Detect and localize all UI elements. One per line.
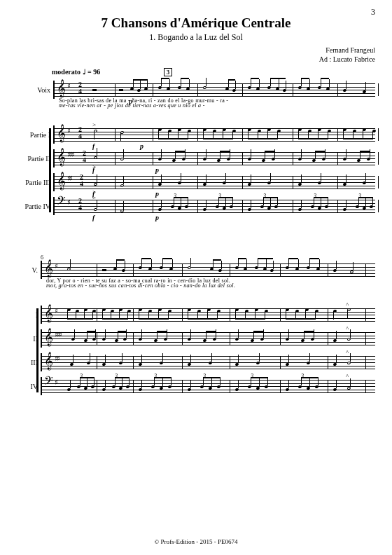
lyrics-line-2b: mor, gra-tos en - sue-ños sus can-tos di… — [46, 282, 375, 289]
marcato-mark: ^ — [346, 349, 349, 356]
staff-partie-4-s2: IV 𝄢 ♯ 3 3 — [17, 377, 375, 395]
key-signature: ♯ — [67, 127, 69, 135]
composer-name: Fernand Frangeul — [326, 46, 375, 54]
part-label-2-short: II — [17, 335, 41, 343]
marcato-mark: ^ — [346, 373, 349, 380]
key-signature: ♯ — [67, 82, 69, 90]
staff-partie-1: Partie I 𝄞 ♯ 24 > f p — [17, 125, 375, 144]
rest-icon — [119, 89, 123, 91]
part-label-voix-short: V. — [17, 266, 41, 274]
system-1: Voix 𝄞 ♯ 24 p — [17, 81, 375, 215]
key-signature: ♯ — [55, 262, 57, 270]
dynamic-forte: f — [92, 214, 94, 221]
part-label-voix: Voix — [17, 86, 53, 94]
rest-icon — [92, 89, 97, 91]
part-label-1: Partie I — [17, 131, 53, 139]
key-signature: ♯ — [67, 198, 69, 206]
system-2: 6 V. 𝄞 ♯ — [17, 254, 375, 395]
key-signature: ♯♯ — [55, 355, 59, 362]
staff-partie-3: Partie III 𝄞 ♯♯ 24 > f p — [17, 173, 375, 191]
rehearsal-mark: 3 — [164, 68, 173, 76]
part-label-3: Partie III — [17, 179, 53, 186]
bass-clef-icon: 𝄢 — [57, 193, 66, 211]
part-label-3-short: III — [17, 359, 41, 366]
staff-partie-4: Partie IV 𝄢 ♯ 24 > f p 3 — [17, 197, 375, 215]
part-label-4: Partie IV — [17, 203, 53, 210]
part-label-4-short: IV — [17, 383, 41, 390]
treble-clef-icon: 𝄞 — [57, 172, 66, 190]
staff-partie-2-s2: II 𝄞 ♯♯♯ — [17, 329, 375, 348]
arranger-name: Ad : Lucato Fabrice — [319, 55, 375, 63]
page-number: 3 — [371, 7, 375, 18]
treble-clef-icon: 𝄞 — [57, 124, 66, 142]
time-signature: 24 — [78, 126, 82, 140]
accent-mark: > — [92, 194, 96, 201]
treble-clef-icon: 𝄞 — [44, 304, 53, 322]
marcato-mark: ^ — [346, 325, 349, 332]
dynamic-piano: p — [155, 214, 159, 221]
tempo-text: moderato ♩ = 96 — [52, 68, 100, 76]
key-signature: ♯♯ — [67, 174, 71, 182]
staff-partie-1-s2: I 𝄞 ♯ — [17, 306, 375, 324]
part-label-1-short: I — [17, 311, 41, 319]
treble-clef-icon: 𝄞 — [44, 259, 53, 278]
staff-partie-2: Partie II 𝄞 ♯♯♯ 24 > f p — [17, 149, 375, 167]
staff-voix-2: V. 𝄞 ♯ — [17, 261, 375, 279]
key-signature: ♯♯♯ — [67, 151, 74, 158]
treble-clef-icon: 𝄞 — [44, 352, 53, 370]
treble-clef-icon: 𝄞 — [44, 328, 53, 346]
dynamic-piano: p — [129, 97, 132, 105]
time-signature: 24 — [83, 150, 86, 164]
key-signature: ♯ — [55, 307, 57, 315]
time-signature: 24 — [78, 198, 82, 212]
time-signature: 24 — [80, 174, 83, 188]
staff-voix: Voix 𝄞 ♯ 24 p — [17, 81, 375, 99]
key-signature: ♯ — [55, 378, 57, 386]
marcato-mark: ^ — [346, 301, 349, 308]
part-label-2: Partie II — [17, 155, 53, 163]
treble-clef-icon: 𝄞 — [57, 148, 66, 166]
key-signature: ♯♯♯ — [55, 331, 61, 338]
tempo-marking: moderato ♩ = 96 3 — [52, 68, 375, 76]
treble-clef-icon: 𝄞 — [57, 79, 66, 97]
movement-subtitle: 1. Bogando a la Luz del Sol — [17, 32, 375, 43]
accent-mark: > — [92, 121, 96, 128]
score-title: 7 Chansons d'Amérique Centrale — [17, 15, 375, 31]
composer-block: Fernand Frangeul Ad : Lucato Fabrice — [17, 46, 375, 64]
time-signature: 24 — [78, 81, 82, 95]
copyright-footer: © Profs-Edition - 2015 - PE0674 — [0, 538, 392, 545]
rest-icon — [102, 269, 106, 271]
bass-clef-icon: 𝄢 — [44, 373, 53, 391]
staff-partie-3-s2: III 𝄞 ♯♯ — [17, 353, 375, 371]
